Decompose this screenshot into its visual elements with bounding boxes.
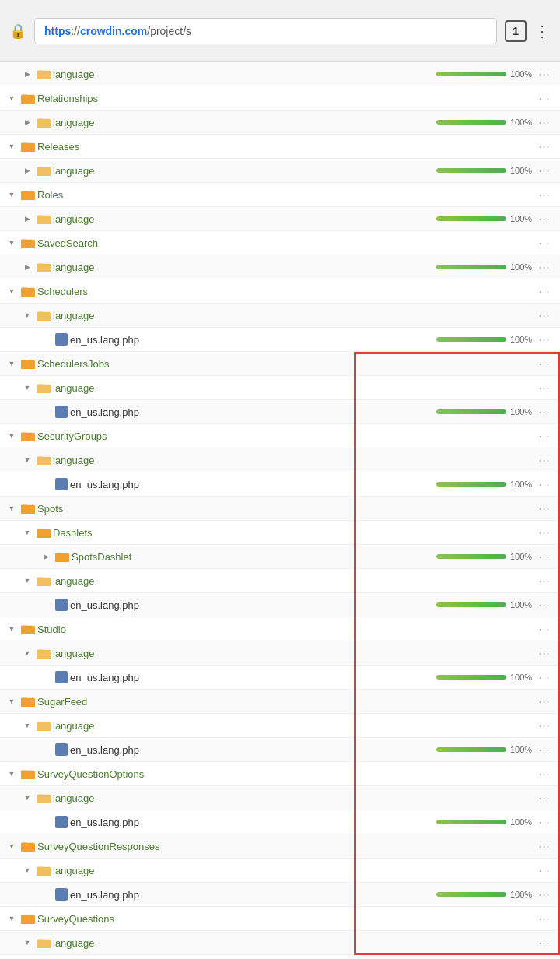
tree-row-savedsearch-lang[interactable]: ▶ language100%⋯ (0, 255, 560, 279)
item-name-studio-lang[interactable]: language (53, 648, 426, 659)
tree-row-surveyquestionoptions-lang[interactable]: ▼ language⋯ (0, 786, 560, 810)
row-menu-schedulersjobs[interactable]: ⋯ (535, 357, 554, 371)
item-name-schedulers[interactable]: Schedulers (37, 286, 426, 297)
chevron-surveyquestionresponses-lang[interactable]: ▼ (22, 865, 33, 876)
chevron-roles-lang[interactable]: ▶ (22, 213, 33, 224)
tree-row-securitygroups-lang[interactable]: ▼ language⋯ (0, 448, 560, 472)
tree-row-savedsearch[interactable]: ▼ SavedSearch⋯ (0, 231, 560, 255)
tree-row-sugarfeed-lang-file[interactable]: en_us.lang.php100%⋯ (0, 738, 560, 762)
tree-row-surveyquestionresponses[interactable]: ▼ SurveyQuestionResponses⋯ (0, 834, 560, 859)
item-name-surveyquestionresponses-lang[interactable]: language (53, 865, 426, 876)
row-menu-relationships-lang[interactable]: ⋯ (535, 115, 554, 129)
row-menu-sugarfeed[interactable]: ⋯ (535, 694, 554, 708)
tree-row-sugarfeed-lang[interactable]: ▼ language⋯ (0, 714, 560, 738)
row-menu-releases-lang[interactable]: ⋯ (535, 163, 554, 177)
chevron-surveyquestions-lang[interactable]: ▼ (22, 937, 33, 948)
row-menu-surveyquestionresponses-lang[interactable]: ⋯ (535, 863, 554, 877)
item-name-savedsearch[interactable]: SavedSearch (37, 237, 426, 249)
row-menu-relationships[interactable]: ⋯ (535, 91, 554, 105)
row-menu-surveyquestions-lang[interactable]: ⋯ (535, 936, 554, 950)
tree-row-releases-lang[interactable]: ▶ language100%⋯ (0, 159, 560, 183)
tree-row-surveyquestions-lang-file[interactable]: en_us.lang.php53%⋯ (0, 955, 560, 959)
tree-row-surveyquestionresponses-lang[interactable]: ▼ language⋯ (0, 859, 560, 883)
item-name-surveyquestions-lang[interactable]: language (53, 937, 426, 949)
row-menu-surveyquestionoptions[interactable]: ⋯ (535, 767, 554, 781)
item-name-releases-lang[interactable]: language (53, 165, 426, 177)
tree-row-roles-lang[interactable]: ▶ language100%⋯ (0, 207, 560, 231)
row-menu-spots-dashlets-spotsdashlet[interactable]: ⋯ (535, 550, 554, 564)
chevron-schedulers-lang-file[interactable] (40, 334, 51, 345)
tree-row-lang-top[interactable]: ▶ language100%⋯ (0, 62, 560, 86)
tree-row-surveyquestions[interactable]: ▼ SurveyQuestions⋯ (0, 907, 560, 931)
chevron-sugarfeed[interactable]: ▼ (6, 696, 17, 707)
chevron-spots-dashlets-spotsdashlet[interactable]: ▶ (40, 551, 51, 562)
chevron-spots-lang-file[interactable] (40, 599, 51, 610)
item-name-relationships[interactable]: Relationships (37, 93, 426, 104)
item-name-surveyquestionresponses[interactable]: SurveyQuestionResponses (37, 841, 426, 852)
item-name-securitygroups[interactable]: SecurityGroups (37, 430, 426, 442)
row-menu-securitygroups-lang-file[interactable]: ⋯ (535, 477, 554, 491)
item-name-releases[interactable]: Releases (37, 141, 426, 153)
url-bar[interactable]: https://crowdin.com/project/s (34, 18, 497, 44)
chevron-surveyquestions[interactable]: ▼ (6, 913, 17, 924)
tree-row-spots-lang[interactable]: ▼ language⋯ (0, 569, 560, 593)
item-name-lang-top[interactable]: language (53, 68, 426, 80)
chevron-savedsearch-lang[interactable]: ▶ (22, 262, 33, 272)
tree-row-releases[interactable]: ▼ Releases⋯ (0, 135, 560, 159)
chevron-surveyquestionresponses[interactable]: ▼ (6, 841, 17, 852)
chevron-surveyquestionresponses-lang-file[interactable] (40, 889, 51, 900)
item-name-schedulersjobs-lang-file[interactable]: en_us.lang.php (70, 406, 426, 418)
chevron-schedulersjobs-lang-file[interactable] (40, 406, 51, 417)
chevron-surveyquestionoptions-lang[interactable]: ▼ (22, 792, 33, 803)
chevron-sugarfeed-lang-file[interactable] (40, 744, 51, 755)
chevron-securitygroups[interactable]: ▼ (6, 430, 17, 441)
tree-row-schedulersjobs-lang[interactable]: ▼ language⋯ (0, 376, 560, 400)
row-menu-studio[interactable]: ⋯ (535, 622, 554, 636)
item-name-surveyquestions[interactable]: SurveyQuestions (37, 913, 426, 925)
chevron-spots[interactable]: ▼ (6, 503, 17, 514)
row-menu-roles-lang[interactable]: ⋯ (535, 212, 554, 226)
tree-row-relationships-lang[interactable]: ▶ language100%⋯ (0, 111, 560, 135)
tree-row-spots-dashlets-spotsdashlet[interactable]: ▶ SpotsDashlet100%⋯ (0, 545, 560, 569)
item-name-spots[interactable]: Spots (37, 503, 426, 515)
chevron-studio[interactable]: ▼ (6, 624, 17, 634)
item-name-schedulersjobs[interactable]: SchedulersJobs (37, 358, 426, 370)
row-menu-schedulers-lang[interactable]: ⋯ (535, 308, 554, 322)
row-menu-sugarfeed-lang-file[interactable]: ⋯ (535, 743, 554, 757)
chevron-schedulers[interactable]: ▼ (6, 286, 17, 297)
row-menu-surveyquestionresponses[interactable]: ⋯ (535, 839, 554, 853)
row-menu-schedulers-lang-file[interactable]: ⋯ (535, 332, 554, 346)
chevron-schedulersjobs-lang[interactable]: ▼ (22, 382, 33, 393)
item-name-spots-lang-file[interactable]: en_us.lang.php (70, 599, 426, 611)
item-name-studio-lang-file[interactable]: en_us.lang.php (70, 672, 426, 683)
item-name-securitygroups-lang[interactable]: language (53, 455, 426, 466)
item-name-surveyquestionoptions[interactable]: SurveyQuestionOptions (37, 768, 426, 780)
row-menu-studio-lang-file[interactable]: ⋯ (535, 670, 554, 684)
tree-row-securitygroups-lang-file[interactable]: en_us.lang.php100%⋯ (0, 472, 560, 497)
item-name-securitygroups-lang-file[interactable]: en_us.lang.php (70, 479, 426, 490)
chevron-securitygroups-lang[interactable]: ▼ (22, 455, 33, 465)
item-name-roles[interactable]: Roles (37, 189, 426, 201)
tree-row-studio[interactable]: ▼ Studio⋯ (0, 617, 560, 641)
chevron-studio-lang-file[interactable] (40, 672, 51, 683)
tree-row-roles[interactable]: ▼ Roles⋯ (0, 183, 560, 207)
row-menu-surveyquestionresponses-lang-file[interactable]: ⋯ (535, 887, 554, 901)
row-menu-sugarfeed-lang[interactable]: ⋯ (535, 718, 554, 732)
item-name-spots-dashlets-spotsdashlet[interactable]: SpotsDashlet (72, 551, 426, 563)
chevron-securitygroups-lang-file[interactable] (40, 479, 51, 490)
row-menu-studio-lang[interactable]: ⋯ (535, 646, 554, 660)
tree-row-spots-dashlets[interactable]: ▼ Dashlets⋯ (0, 521, 560, 545)
item-name-surveyquestionresponses-lang-file[interactable]: en_us.lang.php (70, 889, 426, 901)
item-name-roles-lang[interactable]: language (53, 213, 426, 225)
chevron-spots-dashlets[interactable]: ▼ (22, 527, 33, 538)
tree-row-schedulersjobs-lang-file[interactable]: en_us.lang.php100%⋯ (0, 400, 560, 424)
item-name-relationships-lang[interactable]: language (53, 117, 426, 128)
row-menu-securitygroups[interactable]: ⋯ (535, 429, 554, 443)
row-menu-spots-lang[interactable]: ⋯ (535, 574, 554, 588)
tree-row-spots[interactable]: ▼ Spots⋯ (0, 497, 560, 521)
chevron-roles[interactable]: ▼ (6, 189, 17, 200)
tree-row-surveyquestionresponses-lang-file[interactable]: en_us.lang.php100%⋯ (0, 883, 560, 907)
row-menu-surveyquestionoptions-lang-file[interactable]: ⋯ (535, 815, 554, 829)
item-name-spots-lang[interactable]: language (53, 575, 426, 587)
item-name-schedulers-lang[interactable]: language (53, 310, 426, 321)
